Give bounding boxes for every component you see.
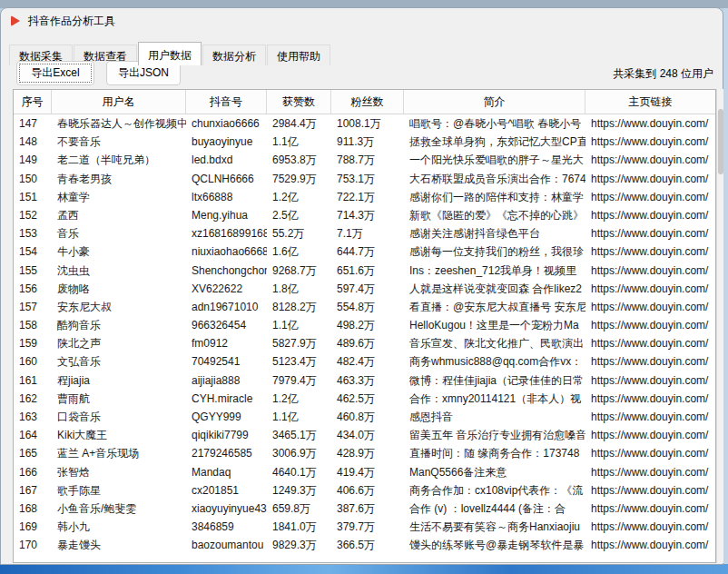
cell-bio: 合作 (v) ：lovellz4444 (备注：合	[404, 500, 585, 518]
cell-bio: 感谢关注感谢抖音绿色平台	[404, 224, 585, 242]
table-row[interactable]: 154牛小豪niuxiaohao66681.6亿644.7万感谢每一位支持我们的…	[14, 242, 715, 261]
cell-index: 161	[14, 371, 52, 390]
table-row[interactable]: 158酷狗音乐9663264541.1亿498.2万HelloKugou！这里是…	[14, 316, 715, 334]
column-header-index[interactable]: 序号	[14, 90, 52, 114]
table-row[interactable]: 149老二道（半吨兄弟）led.bdxd6953.8万788.7万一个阳光快乐爱…	[14, 151, 715, 169]
cell-followers: 428.9万	[331, 444, 404, 462]
cell-username: 青春老男孩	[52, 170, 186, 188]
cell-douyin-id: niuxiaohao6668	[186, 242, 267, 261]
cell-followers: 714.3万	[331, 206, 404, 224]
table-body: 147春晓乐器达人～创作视频中chunxiao66662984.4万1008.1…	[14, 114, 715, 555]
cell-profile-link: https://www.douyin.com/	[585, 224, 715, 242]
cell-followers: 379.7万	[331, 518, 404, 536]
cell-index: 163	[14, 408, 52, 426]
cell-bio: 感谢每一位支持我们的粉丝，我很珍	[404, 242, 585, 261]
table-row[interactable]: 159陕北之声fm09125827.9万489.6万音乐宣发、陕北文化推广、民歌…	[14, 334, 715, 352]
table-row[interactable]: 168小鱼音乐/鲍斐雯xiaoyuyinyue43659.8万387.6万合作 …	[14, 500, 715, 518]
cell-username: 林童学	[52, 188, 186, 206]
cell-bio: 感谢你们一路的陪伴和支持：林童学	[404, 188, 585, 206]
cell-username: 韩小九	[52, 518, 186, 536]
cell-followers: 419.4万	[331, 463, 404, 481]
cell-douyin-id: adn19671010	[186, 298, 267, 316]
cell-followers: 753.1万	[331, 170, 404, 188]
cell-index: 155	[14, 262, 52, 280]
cell-profile-link: https://www.douyin.com/	[585, 536, 715, 554]
cell-bio: 音乐宣发、陕北文化推广、民歌演出	[404, 334, 585, 352]
cell-profile-link: https://www.douyin.com/	[585, 371, 715, 390]
cell-profile-link: https://www.douyin.com/	[585, 206, 715, 224]
cell-followers: 644.7万	[331, 242, 404, 261]
cell-likes: 4640.1万	[267, 463, 331, 481]
vertical-scrollbar[interactable]	[716, 89, 723, 563]
table-row[interactable]: 162曹雨航CYH.miracle1.2亿462.5万合作：xmny201141…	[14, 390, 715, 408]
column-header-bio[interactable]: 简介	[404, 90, 585, 114]
table-row[interactable]: 163口袋音乐QGYY9991.1亿460.8万感恩抖音https://www.…	[14, 408, 715, 426]
cell-username: 春晓乐器达人～创作视频中	[52, 114, 186, 133]
desktop-right-sliver	[723, 8, 728, 565]
table-row[interactable]: 157安东尼大叔adn196710108128.2万554.8万看直播：@安东尼…	[14, 298, 715, 316]
cell-profile-link: https://www.douyin.com/	[585, 390, 715, 408]
tab-user-data[interactable]: 用户数据	[138, 42, 202, 65]
cell-bio: 直播时间：随 缘商务合作：173748	[404, 444, 585, 462]
cell-likes: 5123.4万	[267, 352, 331, 371]
cell-username: 文弘音乐	[52, 352, 186, 371]
cell-followers: 489.6万	[331, 334, 404, 352]
cell-bio: 新歌《隐匿的爱》《忘不掉的心跳》	[404, 206, 585, 224]
table-row[interactable]: 156废物咯XV6226221.8亿597.4万人就是这样说变就变回森 合作li…	[14, 280, 715, 298]
cell-douyin-id: chunxiao6666	[186, 114, 267, 133]
cell-likes: 7529.9万	[267, 170, 331, 188]
table-row[interactable]: 169韩小九38468591841.0万379.7万生活不易要有笑容～商务Han…	[14, 518, 715, 536]
tab-data-analysis[interactable]: 数据分析	[202, 45, 266, 65]
table-row[interactable]: 155沈虫虫Shenchongchon9268.7万651.6万Ins：zees…	[14, 262, 715, 280]
table-row[interactable]: 166张智焓Mandaq4640.1万419.4万ManQ5566备注来意htt…	[14, 463, 715, 481]
cell-likes: 8128.2万	[267, 298, 331, 316]
cell-likes: 1.2亿	[267, 390, 331, 408]
cell-douyin-id: baozoumantou	[186, 536, 267, 554]
cell-index: 165	[14, 444, 52, 462]
cell-douyin-id: 3846859	[186, 518, 267, 536]
tab-help[interactable]: 使用帮助	[267, 45, 330, 65]
table-row[interactable]: 160文弘音乐704925415123.4万482.4万商务whmusic888…	[14, 352, 715, 371]
column-header-username[interactable]: 用户名	[52, 90, 186, 114]
cell-profile-link: https://www.douyin.com/	[585, 352, 715, 371]
table-row[interactable]: 150青春老男孩QCLNH66667529.9万753.1万大石桥联盟成员音乐演…	[14, 170, 715, 188]
export-excel-button[interactable]: 导出Excel	[16, 61, 94, 85]
table-row[interactable]: 151林童学ltx668881.2亿722.1万感谢你们一路的陪伴和支持：林童学…	[14, 188, 715, 206]
table-row[interactable]: 153音乐xz1681689916855.2万7.1万感谢关注感谢抖音绿色平台h…	[14, 224, 715, 242]
cell-username: 安东尼大叔	[52, 298, 186, 316]
scrollbar-thumb[interactable]	[718, 109, 723, 174]
table-row[interactable]: 170暴走馒头baozoumantou9829.3万366.5万馒头的练琴账号@…	[14, 536, 715, 554]
cell-bio: Ins：zeeshen_712我单身！视频里	[404, 262, 585, 280]
cell-bio: 商务合作加：cx108vip代表作：《流	[404, 481, 585, 500]
table-header-row: 序号 用户名 抖音号 获赞数 粉丝数 简介 主页链接	[14, 90, 715, 114]
cell-bio: ManQ5566备注来意	[404, 463, 585, 481]
cell-douyin-id: QCLNH6666	[186, 170, 267, 188]
cell-index: 150	[14, 170, 52, 188]
cell-followers: 911.3万	[331, 133, 404, 151]
column-header-profile-link[interactable]: 主页链接	[585, 90, 715, 114]
cell-douyin-id: aijiajia888	[186, 371, 267, 390]
column-header-followers[interactable]: 粉丝数	[331, 90, 404, 114]
cell-likes: 1.1亿	[267, 316, 331, 334]
cell-username: 孟西	[52, 206, 186, 224]
cell-username: 音乐	[52, 224, 186, 242]
window-title: 抖音作品分析工具	[28, 14, 115, 29]
cell-profile-link: https://www.douyin.com/	[585, 280, 715, 298]
table-row[interactable]: 167歌手陈星cx2018511249.3万406.6万商务合作加：cx108v…	[14, 481, 715, 500]
cell-index: 157	[14, 298, 52, 316]
column-header-douyin-id[interactable]: 抖音号	[186, 90, 267, 114]
cell-bio: 拯救全球单身狗，东郊记忆大型CP直	[404, 133, 585, 151]
table-row[interactable]: 152孟西Meng.yihua2.5亿714.3万新歌《隐匿的爱》《忘不掉的心跳…	[14, 206, 715, 224]
cell-followers: 651.6万	[331, 262, 404, 280]
table-row[interactable]: 164Kiki大魔王qiqikiki77993465.1万434.0万留美五年 …	[14, 426, 715, 444]
table-row[interactable]: 165蓝兰 A+音乐现场21792465853006.9万428.9万直播时间：…	[14, 444, 715, 462]
column-header-likes[interactable]: 获赞数	[267, 90, 331, 114]
table-row[interactable]: 148不要音乐buyaoyinyue1.1亿911.3万拯救全球单身狗，东郊记忆…	[14, 133, 715, 151]
cell-bio: 馒头的练琴账号@暴走钢琴软件是暴	[404, 536, 585, 554]
cell-profile-link: https://www.douyin.com/	[585, 262, 715, 280]
table-row[interactable]: 147春晓乐器达人～创作视频中chunxiao66662984.4万1008.1…	[14, 114, 715, 133]
cell-username: 小鱼音乐/鲍斐雯	[52, 500, 186, 518]
cell-douyin-id: QGYY999	[186, 408, 267, 426]
table-row[interactable]: 161程jiajiaaijiajia8887979.4万463.3万微博：程佳佳…	[14, 371, 715, 390]
cell-index: 148	[14, 133, 52, 151]
